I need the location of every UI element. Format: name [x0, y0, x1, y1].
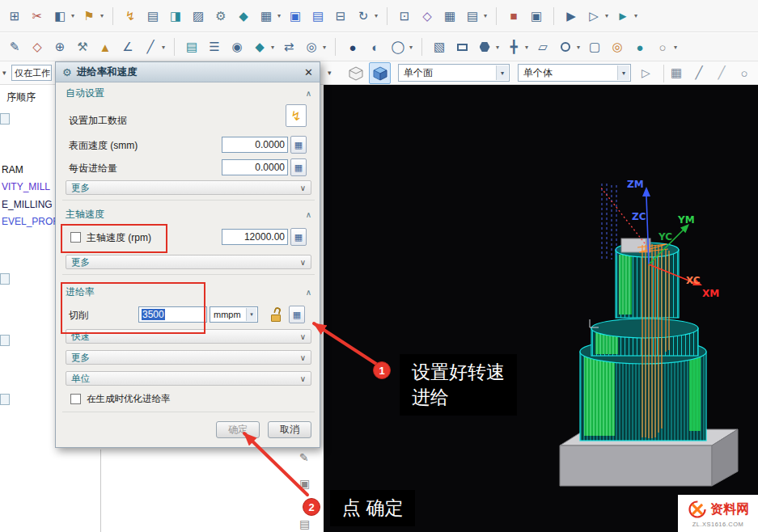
book-icon[interactable]: ▤	[182, 37, 201, 57]
dropdown-caret-icon[interactable]: ▾	[271, 44, 277, 51]
overflow-caret-icon[interactable]: ▾	[2, 69, 6, 77]
dropdown-caret-icon[interactable]: ▾	[496, 44, 502, 51]
chevron-down-icon[interactable]: ∨	[300, 184, 306, 192]
gear-icon[interactable]: ⚙	[211, 6, 231, 26]
ok-button[interactable]: 确定	[216, 421, 260, 438]
list-small-icon[interactable]: ▤	[299, 517, 310, 530]
gem-icon[interactable]: ◇	[417, 6, 437, 26]
gem2-icon[interactable]: ◆	[250, 37, 269, 57]
wireframe-view-icon[interactable]	[345, 62, 366, 84]
point-icon[interactable]: ◎	[608, 37, 627, 57]
sphere2-icon[interactable]: ●	[630, 37, 650, 57]
dropdown-caret-icon[interactable]: ▾	[634, 12, 641, 19]
spindle-more-bar[interactable]: 更多 ∨	[66, 255, 311, 269]
swap-icon[interactable]: ⇄	[279, 37, 299, 57]
body-rule-combo[interactable]: 单个体 ▾	[518, 64, 631, 82]
chevron-down-icon[interactable]: ∨	[300, 374, 306, 383]
unlock-icon[interactable]	[269, 307, 282, 323]
combo-caret-icon[interactable]: ▾	[496, 65, 508, 80]
navigator-item[interactable]: EVEL_PROF	[2, 216, 59, 227]
dropdown-caret-icon[interactable]: ▾	[162, 44, 168, 51]
plane-icon[interactable]: ▱	[533, 37, 553, 57]
cancel-button[interactable]: 取消	[268, 421, 311, 438]
chevron-up-icon[interactable]: ∧	[306, 288, 311, 297]
section-feed-rate[interactable]: 进给率 ∧	[66, 285, 311, 299]
dialog-titlebar[interactable]: ⚙ 进给率和速度 ✕	[56, 62, 320, 82]
list-icon[interactable]: ▤	[143, 6, 163, 26]
select-caret-icon[interactable]: ▾	[246, 308, 256, 321]
close-icon[interactable]: ✕	[304, 66, 313, 78]
dropdown-caret-icon[interactable]: ▾	[277, 12, 284, 19]
combo-caret-icon[interactable]: ▾	[617, 65, 629, 80]
square-icon[interactable]: ▢	[585, 37, 604, 57]
hexagon-icon[interactable]	[475, 37, 494, 57]
dropdown-caret-icon[interactable]: ▾	[605, 12, 612, 19]
offset-icon[interactable]: ⊕	[50, 37, 70, 57]
sphere-icon[interactable]: ◐	[366, 37, 385, 57]
bolt-icon[interactable]: ↯	[121, 6, 140, 26]
menu-icon[interactable]: ▤	[463, 6, 482, 26]
export-icon[interactable]: ▶	[561, 6, 581, 26]
half-shade-icon[interactable]: ◨	[166, 6, 185, 26]
table-icon[interactable]: ▦	[440, 6, 459, 26]
angle-icon[interactable]: ∠	[118, 37, 138, 57]
calculator-icon[interactable]: ▦	[290, 136, 307, 154]
navigator-item[interactable]: RAM	[2, 164, 23, 175]
run-icon[interactable]: ►	[613, 6, 633, 26]
dropdown-caret-icon[interactable]: ▾	[323, 44, 329, 51]
navigator-item[interactable]: VITY_MILL	[2, 181, 50, 192]
optimize-feed-checkbox[interactable]	[70, 394, 81, 404]
units-bar[interactable]: 单位 ∨	[66, 371, 311, 386]
midpoint-snap-icon[interactable]: ╱	[712, 63, 731, 82]
endpoint-snap-icon[interactable]: ╱	[689, 63, 709, 82]
note-icon[interactable]: ▤	[308, 6, 328, 26]
feed-unit-select[interactable]: mmpm ▾	[210, 306, 258, 323]
cut-feed-input[interactable]: 3500	[138, 306, 207, 323]
dropdown-caret-icon[interactable]: ▾	[100, 12, 107, 19]
circle-icon[interactable]	[556, 37, 575, 57]
chevron-down-icon[interactable]: ∨	[300, 353, 306, 362]
view-overflow-caret-icon[interactable]: ▾	[328, 69, 332, 77]
chevron-up-icon[interactable]: ∧	[306, 89, 311, 98]
calculator-icon[interactable]: ▦	[290, 158, 307, 176]
shade-icon[interactable]: ◧	[50, 6, 70, 26]
globe-icon[interactable]: ●	[343, 37, 362, 57]
spindle-speed-input[interactable]: 12000.00	[222, 229, 288, 245]
csys-icon[interactable]: ╋	[504, 37, 523, 57]
stop-icon[interactable]: ■	[504, 6, 523, 26]
chevron-up-icon[interactable]: ∧	[306, 210, 311, 219]
dropdown-caret-icon[interactable]: ▾	[525, 44, 531, 51]
edit-pencil-icon[interactable]: ✎	[299, 451, 309, 464]
surface-speed-input[interactable]: 0.0000	[222, 137, 288, 153]
refresh-icon[interactable]: ↻	[354, 6, 373, 26]
forward-arrow-icon[interactable]: ▷	[642, 66, 650, 79]
target-icon[interactable]: ◉	[227, 37, 247, 57]
circle-snap-icon[interactable]: ○	[735, 63, 754, 82]
tool-icon[interactable]: ⚒	[73, 37, 92, 57]
hatch-icon[interactable]: ▨	[188, 6, 208, 26]
feed-per-tooth-input[interactable]: 0.0000	[222, 159, 288, 175]
doc-icon[interactable]: ▣	[286, 6, 305, 26]
grid-snap-icon[interactable]: ▦	[667, 63, 686, 82]
measure-icon[interactable]: ╱	[141, 37, 160, 57]
dropdown-caret-icon[interactable]: ▾	[484, 12, 490, 19]
layers-icon[interactable]: ☰	[205, 37, 224, 57]
selection-scope-combo[interactable]: 仅在工作	[11, 65, 52, 81]
grid-icon[interactable]: ▦	[256, 6, 276, 26]
set-machining-data-button[interactable]: ↯	[286, 104, 307, 127]
face-rule-combo[interactable]: 单个面 ▾	[398, 64, 510, 82]
section-auto-settings[interactable]: 自动设置 ∧	[66, 87, 311, 100]
navigator-item[interactable]: E_MILLING	[2, 199, 53, 210]
axis-icon[interactable]: ▲	[95, 37, 115, 57]
play-icon[interactable]: ▷	[584, 6, 603, 26]
ring2-icon[interactable]: ○	[653, 37, 672, 57]
paste-icon[interactable]: ⊞	[5, 6, 24, 26]
auto-more-bar[interactable]: 更多 ∨	[66, 180, 311, 195]
flag-icon[interactable]: ⚑	[79, 6, 99, 26]
cube-icon[interactable]: ▧	[430, 37, 449, 57]
rectangle-icon[interactable]	[452, 37, 472, 57]
calculator-icon[interactable]: ▦	[290, 228, 307, 246]
shaded-view-icon[interactable]	[369, 62, 391, 84]
section-spindle-speed[interactable]: 主轴速度 ∧	[66, 208, 311, 222]
orbit-icon[interactable]: ◯	[388, 37, 408, 57]
